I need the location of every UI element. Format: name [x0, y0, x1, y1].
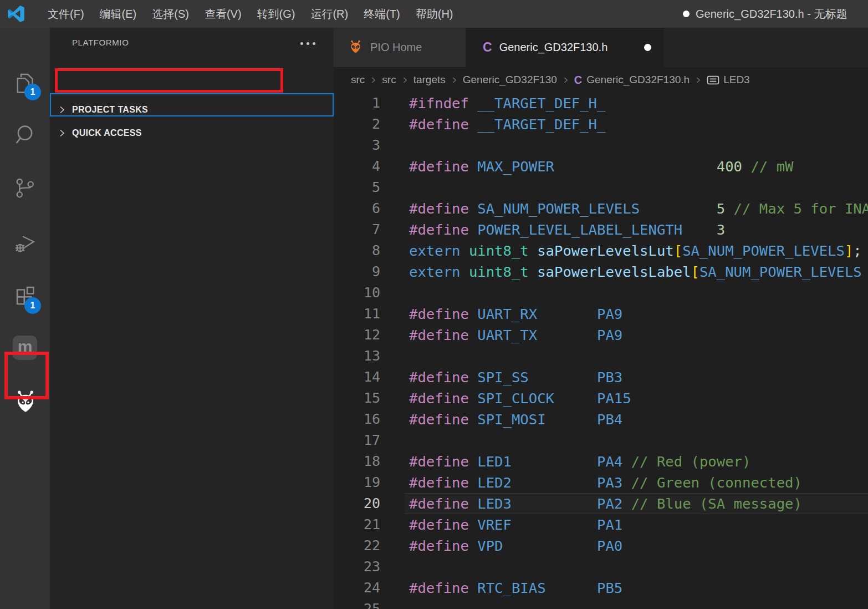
line-number[interactable]: 10: [334, 282, 380, 303]
window-title: Generic_GD32F130.h - 无标题: [683, 0, 847, 28]
code-line-text: #define SA_NUM_POWER_LEVELS 5 // Max 5 f…: [409, 198, 868, 219]
tab-label: Generic_GD32F130.h: [499, 41, 608, 54]
code-line[interactable]: 11#define UART_RX PA9: [334, 303, 868, 324]
code-line[interactable]: 14#define SPI_SS PB3: [334, 367, 868, 388]
code-line-text: #define __TARGET_DEF_H_: [409, 114, 605, 135]
menu-goto[interactable]: 转到(G): [249, 0, 303, 28]
line-number[interactable]: 2: [334, 114, 380, 135]
window-dirty-dot: [683, 11, 690, 17]
code-line[interactable]: 5: [334, 177, 868, 198]
line-number[interactable]: 13: [334, 346, 380, 367]
c-file-icon: C: [483, 40, 492, 55]
annotation-box-platformio-icon: [4, 352, 49, 399]
code-line[interactable]: 2#define __TARGET_DEF_H_: [334, 114, 868, 135]
code-line[interactable]: 17: [334, 430, 868, 451]
line-number[interactable]: 23: [334, 556, 380, 577]
line-number[interactable]: 14: [334, 367, 380, 388]
vscode-logo-icon: [7, 5, 25, 23]
code-line-text: #define UART_TX PA9: [409, 324, 622, 346]
breadcrumb-generic-gd32f130[interactable]: Generic_GD32F130: [463, 74, 557, 86]
menu-view[interactable]: 查看(V): [197, 0, 249, 28]
breadcrumb-src2[interactable]: src: [382, 74, 396, 86]
code-line[interactable]: 4#define MAX_POWER 400 // mW: [334, 156, 868, 177]
line-number[interactable]: 25: [334, 598, 380, 609]
breadcrumb-src[interactable]: src: [351, 74, 365, 86]
code-line-text: #define LED3 PA2 // Blue (SA message): [409, 493, 802, 514]
code-line[interactable]: 3: [334, 135, 868, 156]
code-line-text: #define SPI_CLOCK PA15: [409, 388, 631, 409]
line-number[interactable]: 5: [334, 177, 380, 198]
menu-run[interactable]: 运行(R): [303, 0, 356, 28]
window-title-text: Generic_GD32F130.h - 无标题: [696, 7, 847, 22]
code-line[interactable]: 23: [334, 556, 868, 577]
line-number[interactable]: 12: [334, 324, 380, 346]
line-number[interactable]: 7: [334, 219, 380, 240]
line-number[interactable]: 8: [334, 240, 380, 261]
section-quick-access[interactable]: QUICK ACCESS: [50, 122, 334, 144]
code-line[interactable]: 18#define LED1 PA4 // Red (power): [334, 451, 868, 472]
line-number[interactable]: 3: [334, 135, 380, 156]
tab-dirty-dot[interactable]: [644, 44, 651, 51]
line-number[interactable]: 24: [334, 577, 380, 598]
line-number[interactable]: 18: [334, 451, 380, 472]
line-number[interactable]: 21: [334, 514, 380, 535]
code-line[interactable]: 21#define VREF PA1: [334, 514, 868, 535]
chevron-right-icon: [401, 77, 409, 84]
code-line[interactable]: 15#define SPI_CLOCK PA15: [334, 388, 868, 409]
tab-bar: PIO Home C Generic_GD32F130.h: [334, 28, 868, 67]
line-number[interactable]: 11: [334, 303, 380, 324]
code-line[interactable]: 20#define LED3 PA2 // Blue (SA message): [334, 493, 868, 514]
menu-terminal[interactable]: 终端(T): [356, 0, 408, 28]
breadcrumb-file[interactable]: Generic_GD32F130.h: [586, 74, 690, 86]
menu-help[interactable]: 帮助(H): [408, 0, 461, 28]
annotation-box-project-tasks: [55, 68, 283, 93]
line-number[interactable]: 22: [334, 535, 380, 556]
breadcrumb-targets[interactable]: targets: [413, 74, 446, 86]
code-line-text: #define VPD PA0: [409, 535, 622, 556]
code-line[interactable]: 25: [334, 598, 868, 609]
tab-pio-home[interactable]: PIO Home: [334, 28, 466, 67]
line-number[interactable]: 9: [334, 261, 380, 282]
code-line-text: extern uint8_t saPowerLevelsLabel[SA_NUM…: [409, 261, 862, 282]
code-line-text: #define SPI_SS PB3: [409, 367, 622, 388]
sidebar-item-source-control[interactable]: [13, 176, 37, 200]
line-number[interactable]: 19: [334, 472, 380, 493]
code-line[interactable]: 6#define SA_NUM_POWER_LEVELS 5 // Max 5 …: [334, 198, 868, 219]
code-editor[interactable]: 1#ifndef __TARGET_DEF_H_2#define __TARGE…: [334, 93, 868, 609]
ellipsis-icon[interactable]: [300, 42, 315, 45]
line-number[interactable]: 6: [334, 198, 380, 219]
code-line[interactable]: 24#define RTC_BIAS PB5: [334, 577, 868, 598]
menu-edit[interactable]: 编辑(E): [92, 0, 145, 28]
tab-label: PIO Home: [370, 41, 422, 54]
code-line[interactable]: 7#define POWER_LEVEL_LABEL_LENGTH 3: [334, 219, 868, 240]
editor-group: PIO Home C Generic_GD32F130.h src src ta…: [334, 28, 868, 609]
sidebar-item-search[interactable]: [13, 123, 37, 147]
menu-selection[interactable]: 选择(S): [144, 0, 197, 28]
debug-play-bug-icon: [13, 231, 37, 255]
menu-file[interactable]: 文件(F): [40, 0, 92, 28]
line-number[interactable]: 17: [334, 430, 380, 451]
code-line[interactable]: 22#define VPD PA0: [334, 535, 868, 556]
line-number[interactable]: 16: [334, 409, 380, 430]
code-line[interactable]: 10: [334, 282, 868, 303]
code-line[interactable]: 16#define SPI_MOSI PB4: [334, 409, 868, 430]
line-number[interactable]: 15: [334, 388, 380, 409]
code-line[interactable]: 8extern uint8_t saPowerLevelsLut[SA_NUM_…: [334, 240, 868, 261]
breadcrumb-symbol-led3[interactable]: LED3: [723, 74, 750, 86]
symbol-misc-icon: [707, 75, 719, 85]
code-line[interactable]: 13: [334, 346, 868, 367]
explorer-badge: 1: [24, 84, 41, 100]
code-line[interactable]: 12#define UART_TX PA9: [334, 324, 868, 346]
section-label: QUICK ACCESS: [72, 128, 142, 138]
code-line-text: #define MAX_POWER 400 // mW: [409, 156, 793, 177]
title-bar: 文件(F) 编辑(E) 选择(S) 查看(V) 转到(G) 运行(R) 终端(T…: [0, 0, 868, 28]
tab-generic-gd32f130-h[interactable]: C Generic_GD32F130.h: [466, 28, 663, 67]
code-line[interactable]: 9extern uint8_t saPowerLevelsLabel[SA_NU…: [334, 261, 868, 282]
code-line[interactable]: 1#ifndef __TARGET_DEF_H_: [334, 93, 868, 114]
sidebar-item-run-debug[interactable]: [13, 231, 37, 255]
line-number[interactable]: 20: [334, 493, 380, 514]
line-number[interactable]: 4: [334, 156, 380, 177]
code-line-text: #ifndef __TARGET_DEF_H_: [409, 93, 605, 114]
line-number[interactable]: 1: [334, 93, 380, 114]
code-line[interactable]: 19#define LED2 PA3 // Green (connected): [334, 472, 868, 493]
